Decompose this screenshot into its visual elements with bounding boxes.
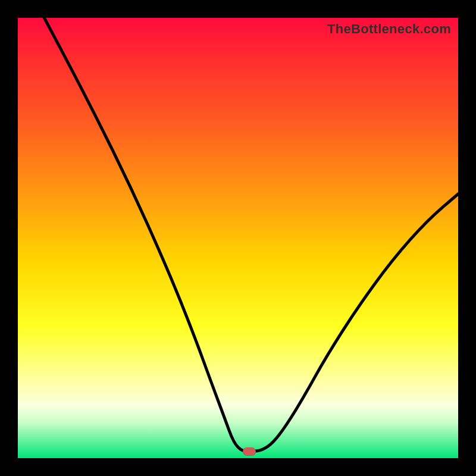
bottleneck-curve	[18, 18, 458, 458]
balance-point-marker	[243, 447, 256, 456]
plot-area: TheBottleneck.com	[18, 18, 458, 458]
chart-frame: TheBottleneck.com	[0, 0, 476, 476]
